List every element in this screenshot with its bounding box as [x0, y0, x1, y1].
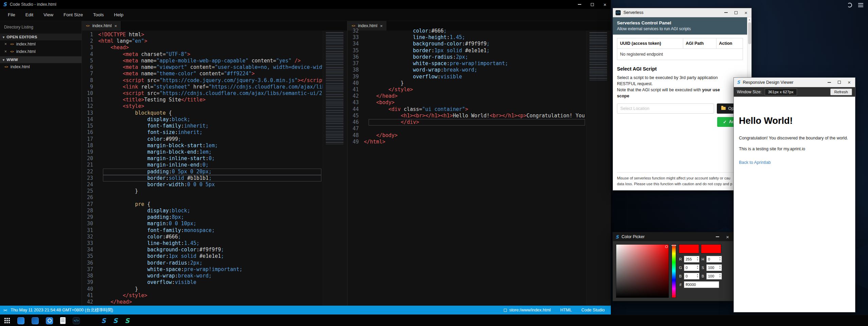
code-line[interactable]: 36 border-radius:2px; — [348, 54, 586, 60]
code-line[interactable]: 41 </style> — [348, 87, 586, 93]
sidebar-section-open-editors[interactable]: OPEN EDITORS — [0, 34, 82, 40]
code-studio-icon[interactable]: S — [113, 317, 118, 324]
code-line[interactable]: 28 display:block; — [82, 208, 323, 214]
close-icon[interactable] — [848, 80, 851, 85]
code-line[interactable]: 19 margin-block-end:1em; — [82, 149, 323, 155]
color-cursor[interactable] — [665, 245, 668, 248]
menu-font-size[interactable]: Font Size — [58, 9, 88, 21]
code-editor[interactable]: 32 color:#666;33 line-height:1.45;34 bac… — [348, 28, 586, 306]
script-location-input[interactable] — [617, 103, 714, 114]
menu-icon[interactable] — [858, 3, 863, 4]
remote-icon[interactable] — [3, 308, 7, 312]
hex-field[interactable] — [684, 281, 719, 288]
sidebar-item-index-html[interactable]: index.html — [0, 40, 82, 48]
hue-slider[interactable] — [672, 244, 676, 298]
code-line[interactable]: 8 <script src="https://code.jquery.com/j… — [82, 77, 323, 84]
code-line[interactable]: 40 } — [348, 80, 586, 87]
code-line[interactable]: 33 line-height:1.45; — [82, 240, 323, 247]
maximize-icon[interactable] — [591, 3, 594, 6]
minimize-icon[interactable] — [828, 82, 831, 83]
code-line[interactable]: 16 font-size:inherit; — [82, 129, 323, 136]
minimize-icon[interactable] — [724, 12, 728, 13]
code-studio-icon[interactable]: S — [125, 317, 129, 324]
code-line[interactable]: 11 <title>Testing Site</title> — [82, 97, 323, 103]
code-line[interactable]: 35 border:1px solid #e1e1e1; — [348, 47, 586, 54]
status-language[interactable]: HTML — [560, 308, 572, 312]
code-line[interactable]: 1<!DOCTYPE html> — [82, 32, 323, 38]
code-line[interactable]: 32 color:#666; — [82, 234, 323, 240]
sidebar-item-index-html[interactable]: index.html — [0, 48, 82, 55]
scrollbar-thumb[interactable] — [748, 22, 751, 44]
code-line[interactable]: 20 margin-inline-start:0; — [82, 155, 323, 162]
menu-view[interactable]: View — [38, 9, 58, 21]
code-line[interactable]: 12 <style> — [82, 103, 323, 110]
document-app-icon[interactable] — [60, 317, 66, 324]
code-line[interactable]: 25 } — [82, 188, 323, 194]
code-line[interactable]: 14 display:block; — [82, 116, 323, 123]
code-line[interactable]: 23 border:solid #b1b1b1; — [82, 175, 323, 181]
code-line[interactable]: 43 <body> — [348, 99, 586, 106]
code-studio-icon[interactable]: S — [101, 317, 106, 324]
close-icon[interactable] — [744, 10, 747, 15]
code-line[interactable]: 37 white-space:pre-wrap!important; — [348, 60, 586, 67]
blue-field[interactable] — [684, 273, 699, 280]
refresh-icon[interactable] — [847, 3, 852, 7]
search-app-icon[interactable] — [46, 317, 53, 324]
menu-tools[interactable]: Tools — [88, 9, 109, 21]
code-line[interactable]: 34 background-color:#f9f9f9; — [82, 247, 323, 253]
code-line[interactable]: 39 overflow:visible — [82, 279, 323, 286]
saturation-field[interactable] — [706, 264, 722, 271]
close-icon[interactable] — [4, 50, 8, 54]
code-line[interactable]: 22 padding:0 5px 0 20px; — [82, 169, 323, 175]
sidebar-section-www[interactable]: WWW — [0, 56, 82, 63]
status-file-path[interactable]: store:/www/index.html — [504, 308, 551, 312]
apps-grid-icon[interactable] — [4, 318, 10, 324]
code-line[interactable]: 35 border:1px solid #e1e1e1; — [82, 253, 323, 260]
code-line[interactable]: 42 </head> — [348, 93, 586, 99]
refresh-button[interactable]: Refresh — [830, 89, 852, 95]
maximize-icon[interactable] — [734, 11, 738, 14]
code-line[interactable]: 38 word-wrap:break-word; — [82, 273, 323, 279]
device-app-icon[interactable] — [73, 317, 80, 324]
code-line[interactable]: 17 color:#999; — [82, 136, 323, 142]
code-line[interactable]: 15 font-family:inherit; — [82, 123, 323, 129]
code-line[interactable]: 30 margin:0 0 10px; — [82, 220, 323, 227]
app-window-icon[interactable] — [32, 317, 39, 324]
code-line[interactable]: 41 </style> — [82, 292, 323, 299]
code-line[interactable]: 4 <meta charset="UTF-8"> — [82, 51, 323, 58]
code-line[interactable]: 24 border-width:0 0 0 5px — [82, 181, 323, 188]
code-line[interactable]: 47 — [348, 126, 586, 132]
tab-close-icon[interactable] — [380, 24, 383, 28]
code-line[interactable]: 6 <meta name="viewport" content="user-sc… — [82, 64, 323, 71]
code-line[interactable]: 36 border-radius:2px; — [82, 260, 323, 266]
menu-file[interactable]: File — [3, 9, 20, 21]
code-line[interactable]: 46 </div> — [348, 119, 586, 126]
code-line[interactable]: 49</html> — [348, 139, 586, 145]
minimize-icon[interactable] — [716, 236, 719, 237]
code-line[interactable]: 48 </body> — [348, 132, 586, 139]
code-line[interactable]: 27 pre { — [82, 201, 323, 208]
maximize-icon[interactable] — [838, 81, 841, 84]
back-link[interactable]: Back to Aprintlab — [739, 160, 771, 165]
minimap[interactable] — [323, 31, 347, 306]
hue-field[interactable] — [706, 256, 722, 263]
green-field[interactable] — [684, 264, 699, 271]
sidebar-item-index-html[interactable]: index.html — [0, 63, 82, 71]
brightness-field[interactable] — [706, 273, 722, 280]
code-line[interactable]: 21 margin-inline-end:0; — [82, 162, 323, 168]
code-line[interactable]: 42 </head> — [82, 299, 323, 305]
code-line[interactable]: 3 <head> — [82, 44, 323, 51]
code-line[interactable]: 7 <meta name="theme-color" content="#ff9… — [82, 71, 323, 77]
code-line[interactable]: 13 blockquote { — [82, 110, 323, 116]
saturation-value-area[interactable] — [616, 244, 669, 298]
close-icon[interactable] — [4, 42, 8, 46]
code-line[interactable]: 33 line-height:1.45; — [348, 34, 586, 41]
red-field[interactable] — [684, 256, 699, 263]
tab-index-html[interactable]: index.html — [82, 21, 121, 31]
menu-edit[interactable]: Edit — [20, 9, 38, 21]
code-line[interactable]: 29 padding:8px; — [82, 214, 323, 220]
code-line[interactable]: 38 word-wrap:break-word; — [348, 67, 586, 73]
scroll-up-icon[interactable]: ▲ — [748, 17, 751, 22]
code-line[interactable]: 18 margin-block-start:1em; — [82, 142, 323, 149]
code-line[interactable]: 34 background-color:#f9f9f9; — [348, 41, 586, 47]
